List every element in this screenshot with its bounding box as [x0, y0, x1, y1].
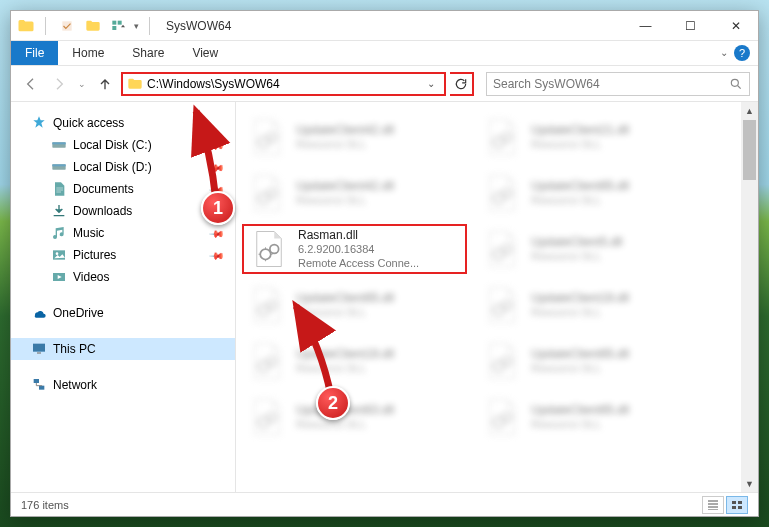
details-view-button[interactable] [702, 496, 724, 514]
file-item[interactable]: UpdateClient42.dllResource DLL [242, 168, 467, 218]
file-description: Resource DLL [531, 418, 629, 432]
back-button[interactable] [19, 72, 43, 96]
sidebar-item-music[interactable]: Music 📌 [11, 222, 235, 244]
file-item[interactable]: UpdateClient65.dllResource DLL [477, 168, 702, 218]
dll-file-icon [481, 116, 523, 158]
svg-rect-14 [34, 379, 39, 383]
file-name: UpdateClient42.dll [296, 179, 394, 194]
sidebar-item-onedrive[interactable]: OneDrive [11, 302, 235, 324]
tab-view[interactable]: View [178, 41, 232, 65]
sidebar-item-local-c[interactable]: Local Disk (C:) 📌 [11, 134, 235, 156]
search-input[interactable] [493, 77, 729, 91]
up-button[interactable] [93, 72, 117, 96]
sidebar-item-videos[interactable]: Videos [11, 266, 235, 288]
drive-icon [51, 137, 67, 153]
file-name: UpdateClient21.dll [531, 123, 629, 138]
address-dropdown-icon[interactable]: ⌄ [422, 78, 440, 89]
file-text: UpdateClient21.dllResource DLL [531, 123, 629, 152]
file-name: UpdateClient19.dll [296, 347, 394, 362]
chevron-down-icon: ⌄ [78, 79, 86, 89]
pin-icon: 📌 [209, 181, 225, 197]
tab-file[interactable]: File [11, 41, 58, 65]
file-name: UpdateClient5.dll [531, 235, 622, 250]
sidebar-item-this-pc[interactable]: This PC [11, 338, 235, 360]
file-item[interactable]: UpdateClient19.dllResource DLL [242, 336, 467, 386]
vertical-scrollbar[interactable]: ▲ ▼ [741, 102, 758, 492]
window-title: SysWOW64 [166, 19, 231, 33]
svg-rect-1 [112, 20, 116, 24]
pin-icon: 📌 [209, 159, 225, 175]
dll-file-icon [246, 396, 288, 438]
file-item[interactable]: UpdateClient65.dllResource DLL [477, 336, 702, 386]
svg-rect-43 [738, 506, 742, 509]
qat-dropdown-icon[interactable]: ▾ [134, 21, 139, 31]
file-item[interactable]: UpdateClient21.dllResource DLL [477, 112, 702, 162]
maximize-button[interactable]: ☐ [668, 11, 713, 40]
file-name: UpdateClient65.dll [531, 347, 629, 362]
scroll-up-button[interactable]: ▲ [741, 102, 758, 119]
drive-icon [51, 159, 67, 175]
file-description: Resource DLL [531, 306, 629, 320]
star-icon [31, 115, 47, 131]
recent-locations-button[interactable]: ⌄ [75, 72, 89, 96]
forward-arrow-icon [51, 76, 67, 92]
tab-home[interactable]: Home [58, 41, 118, 65]
address-bar[interactable]: ⌄ [121, 72, 446, 96]
file-item[interactable]: UpdateClient65.dllResource DLL [477, 392, 702, 442]
file-item[interactable]: UpdateClient65.dllResource DLL [242, 280, 467, 330]
pin-icon: 📌 [209, 203, 225, 219]
forward-button[interactable] [47, 72, 71, 96]
properties-button[interactable] [56, 15, 78, 37]
svg-rect-40 [732, 501, 736, 504]
file-text: UpdateClient19.dllResource DLL [531, 291, 629, 320]
file-text: UpdateClient65.dllResource DLL [531, 179, 629, 208]
file-name: Rasman.dll [298, 228, 419, 243]
folder-new-icon [85, 19, 101, 33]
up-arrow-icon [97, 76, 113, 92]
sidebar-label: Videos [73, 270, 109, 284]
file-item[interactable]: UpdateClient5.dllResource DLL [477, 224, 702, 274]
file-text: UpdateClient19.dllResource DLL [296, 347, 394, 376]
minimize-button[interactable]: — [623, 11, 668, 40]
pictures-icon [51, 247, 67, 263]
sidebar-item-pictures[interactable]: Pictures 📌 [11, 244, 235, 266]
tiles-icon [731, 500, 743, 510]
sidebar-label: Downloads [73, 204, 132, 218]
file-description: Resource DLL [296, 194, 394, 208]
scroll-down-button[interactable]: ▼ [741, 475, 758, 492]
close-button[interactable]: ✕ [713, 11, 758, 40]
back-arrow-icon [23, 76, 39, 92]
titlebar[interactable]: ▾ SysWOW64 — ☐ ✕ [11, 11, 758, 41]
tab-share[interactable]: Share [118, 41, 178, 65]
music-icon [51, 225, 67, 241]
file-item[interactable]: UpdateClient19.dllResource DLL [477, 280, 702, 330]
window-controls: — ☐ ✕ [623, 11, 758, 40]
qat-customize-button[interactable] [108, 15, 130, 37]
documents-icon [51, 181, 67, 197]
sidebar-item-quick-access[interactable]: Quick access [11, 112, 235, 134]
file-item-highlighted[interactable]: Rasman.dll6.2.9200.16384Remote Access Co… [242, 224, 467, 274]
navigation-pane[interactable]: Quick access Local Disk (C:) 📌 Local Dis… [11, 102, 236, 492]
scrollbar-thumb[interactable] [743, 120, 756, 180]
sidebar-item-local-d[interactable]: Local Disk (D:) 📌 [11, 156, 235, 178]
new-folder-button[interactable] [82, 15, 104, 37]
svg-rect-8 [52, 164, 65, 166]
file-description: Resource DLL [296, 418, 394, 432]
content-pane[interactable]: UpdateClient42.dllResource DLLUpdateClie… [236, 102, 758, 492]
file-version: 6.2.9200.16384 [298, 243, 419, 257]
file-item[interactable]: UpdateClient63.dllResource DLL [242, 392, 467, 442]
search-box[interactable] [486, 72, 750, 96]
address-input[interactable] [143, 77, 422, 91]
refresh-button[interactable] [450, 72, 474, 96]
help-button[interactable]: ? [734, 45, 750, 61]
file-name: UpdateClient65.dll [531, 403, 629, 418]
sidebar-item-documents[interactable]: Documents 📌 [11, 178, 235, 200]
file-item[interactable]: UpdateClient42.dllResource DLL [242, 112, 467, 162]
svg-rect-41 [738, 501, 742, 504]
large-icons-view-button[interactable] [726, 496, 748, 514]
sidebar-item-downloads[interactable]: Downloads 📌 [11, 200, 235, 222]
sidebar-item-network[interactable]: Network [11, 374, 235, 396]
svg-rect-3 [112, 26, 116, 30]
file-description: Resource DLL [296, 362, 394, 376]
ribbon-expand-icon[interactable]: ⌄ [720, 47, 728, 58]
